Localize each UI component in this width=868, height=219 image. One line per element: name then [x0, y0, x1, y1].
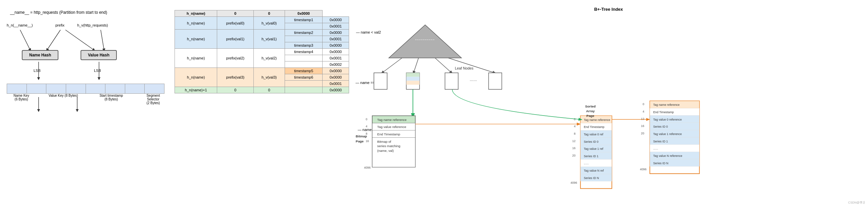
- svg-text:Tag value 1 reference: Tag value 1 reference: [653, 132, 682, 136]
- col-0-2: 0: [253, 10, 285, 17]
- svg-rect-88: [650, 152, 700, 159]
- value-key-label: Value Key (8 Bytes): [39, 94, 87, 105]
- svg-line-3: [101, 30, 104, 50]
- td-ts5: timestamp5: [285, 68, 322, 74]
- td-0-1: 0: [217, 87, 253, 93]
- svg-text:4096: 4096: [640, 168, 647, 171]
- svg-text:Bitmap of: Bitmap of: [377, 140, 391, 143]
- svg-rect-101: [406, 81, 419, 85]
- svg-rect-43: [580, 116, 612, 189]
- table-section: h_n(name) 0 0 0x0000 h_n(name) prefix(va…: [175, 3, 349, 216]
- td-prefix2: prefix(val2): [217, 49, 253, 68]
- svg-text:16: 16: [641, 124, 644, 128]
- svg-text:12: 12: [572, 139, 576, 143]
- segment-3: [46, 84, 66, 93]
- td-0x0000-3: 0x0000: [322, 42, 349, 49]
- svg-text:4: 4: [574, 125, 576, 128]
- td-prefix3: prefix(val3): [217, 68, 253, 87]
- svg-rect-44: [580, 116, 612, 123]
- segment-8: [145, 84, 164, 93]
- svg-text:......: ......: [653, 147, 658, 150]
- svg-text:Tag value 0 ref: Tag value 0 ref: [584, 133, 603, 136]
- td-0x0000-2: 0x0000: [322, 30, 349, 36]
- btree-svg: Leaf Nodes ...... Tag name reference Tag…: [352, 13, 865, 208]
- td-prefix1: prefix(val1): [217, 30, 253, 49]
- td-ts2: timestamp2: [285, 30, 322, 36]
- svg-text:Tag value 1 ref: Tag value 1 ref: [584, 147, 603, 150]
- td-hn-4: h_n(name): [175, 68, 217, 87]
- svg-text:0: 0: [643, 103, 644, 106]
- svg-rect-58: [580, 167, 612, 174]
- svg-rect-90: [650, 159, 700, 167]
- svg-rect-100: [406, 77, 419, 81]
- td-ts4: timestamp4: [285, 49, 322, 55]
- svg-rect-26: [372, 116, 415, 123]
- td-ts3: timestamp3: [285, 42, 322, 49]
- td-0x0000-6: 0x0000: [322, 74, 349, 81]
- td-blank-last: [285, 87, 322, 93]
- svg-text:Bitmap: Bitmap: [356, 134, 367, 138]
- svg-rect-56: [580, 160, 612, 167]
- td-blank-5: [285, 81, 322, 87]
- lsb1-label: LSB: [34, 69, 41, 73]
- svg-text:8: 8: [366, 132, 367, 135]
- svg-rect-60: [580, 174, 612, 182]
- svg-rect-25: [372, 116, 415, 167]
- name-hash-box: Name Hash: [22, 50, 58, 60]
- svg-text:Tag name reference: Tag name reference: [377, 118, 407, 121]
- svg-rect-19: [406, 73, 419, 89]
- svg-text:Sorted: Sorted: [585, 105, 595, 108]
- svg-text:Series ID 1: Series ID 1: [584, 155, 598, 158]
- lsb2-label: LSB: [94, 69, 101, 73]
- svg-text:End Timestamp: End Timestamp: [653, 110, 674, 114]
- td-0x0001-1: 0x0001: [322, 23, 349, 30]
- segment-2: [27, 84, 46, 93]
- svg-rect-80: [650, 122, 700, 130]
- td-ts1: timestamp1: [285, 17, 322, 23]
- svg-text:Leaf Nodes: Leaf Nodes: [455, 66, 474, 70]
- svg-line-16: [435, 58, 452, 73]
- svg-line-17: [448, 58, 495, 73]
- svg-text:series matching: series matching: [377, 144, 400, 148]
- svg-text:Series ID N: Series ID N: [653, 162, 668, 165]
- svg-rect-84: [650, 137, 700, 145]
- svg-text:......: ......: [584, 162, 589, 165]
- btree-title: B+-Tree Index: [352, 7, 865, 12]
- td-prefix0: prefix(val0): [217, 17, 253, 30]
- svg-text:(name, val): (name, val): [377, 149, 394, 153]
- start-ts-label: Start timestamp(8 Bytes): [87, 94, 135, 105]
- td-0x0000-5: 0x0000: [322, 68, 349, 74]
- name-key-label: Name Key(6 Bytes): [3, 94, 39, 105]
- segment-7: [125, 84, 145, 93]
- svg-rect-48: [580, 130, 612, 138]
- svg-line-15: [413, 58, 418, 73]
- td-0x0000-1: 0x0000: [322, 17, 349, 23]
- svg-marker-12: [389, 25, 462, 58]
- td-0x0001-2: 0x0001: [322, 36, 349, 42]
- svg-text:4096: 4096: [570, 181, 577, 184]
- svg-text:CSDN@李北北的博客: CSDN@李北北的博客: [848, 201, 865, 204]
- svg-rect-18: [374, 73, 387, 89]
- segment-5: [86, 84, 106, 93]
- svg-text:0: 0: [366, 117, 367, 121]
- svg-rect-78: [650, 115, 700, 123]
- td-0-2: 0: [253, 87, 285, 93]
- left-arrows-svg: [3, 20, 171, 127]
- svg-text:16: 16: [366, 139, 369, 143]
- prefix-label: prefix: [55, 23, 64, 27]
- svg-rect-73: [650, 101, 700, 174]
- svg-text:Series ID 0: Series ID 0: [653, 125, 668, 128]
- col-hn: h_n(name): [175, 10, 217, 17]
- svg-text:End Timestamp: End Timestamp: [377, 132, 400, 136]
- td-0x0000-4: 0x0000: [322, 49, 349, 55]
- svg-rect-76: [650, 108, 700, 115]
- col-0-1: 0: [217, 10, 253, 17]
- td-hn-plus1: h_n(name)+1: [175, 87, 217, 93]
- svg-text:......: ......: [470, 77, 477, 82]
- td-blank-4: [285, 61, 322, 68]
- td-0x0001-3: 0x0001: [322, 55, 349, 61]
- segment-selector-label: SegmentSelector(2 Bytes): [135, 94, 171, 105]
- formula-label: __name__ = http_requests (Partition from…: [10, 10, 107, 15]
- data-table: h_n(name) 0 0 0x0000 h_n(name) prefix(va…: [175, 10, 349, 93]
- svg-line-14: [382, 58, 402, 73]
